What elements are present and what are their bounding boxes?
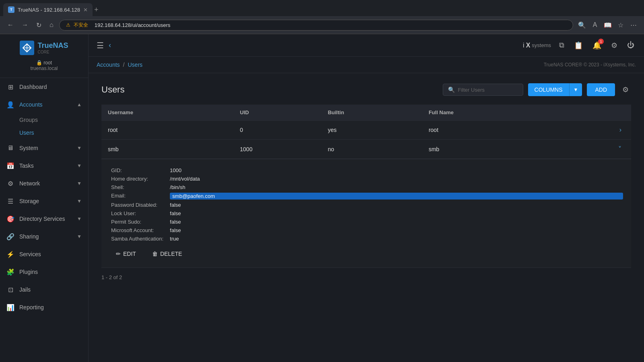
col-uid: UID	[233, 105, 321, 121]
edit-user-button[interactable]: ✏ EDIT	[111, 248, 141, 259]
cell-expand-smb[interactable]: ˅	[553, 140, 631, 159]
sidebar-item-tasks[interactable]: 📅 Tasks ▼	[0, 157, 88, 175]
system-arrow-icon: ▼	[77, 145, 82, 151]
breadcrumb-current: Users	[128, 62, 142, 68]
sidebar-label-directory-services: Directory Services	[19, 216, 65, 222]
search-icon-btn[interactable]: 🔍	[576, 19, 588, 31]
col-actions	[553, 105, 631, 121]
truenas-logo	[20, 41, 34, 55]
gid-value: 1000	[170, 167, 623, 173]
sidebar-label-system: System	[19, 145, 38, 151]
address-url: 192.168.64.128/ui/account/users	[95, 22, 171, 28]
sidebar-item-network[interactable]: ⚙ Network ▼	[0, 175, 88, 192]
notifications-button[interactable]: 🔔 1	[591, 39, 603, 51]
tasks-icon: 📅	[6, 162, 14, 170]
storage-arrow-icon: ▼	[77, 198, 82, 204]
new-tab-button[interactable]: +	[94, 6, 99, 14]
cell-expand-root[interactable]: ›	[553, 121, 631, 140]
lock-user-label: Lock User:	[111, 210, 163, 216]
filter-users-input[interactable]	[458, 87, 514, 93]
col-fullname: Full Name	[422, 105, 553, 121]
page-title: Users	[101, 84, 124, 95]
home-label: Home directory:	[111, 176, 163, 182]
microsoft-account-value: false	[170, 227, 623, 233]
detail-cell: GID: 1000 Home directory: /mnt/vol/data …	[101, 159, 631, 268]
detail-grid: GID: 1000 Home directory: /mnt/vol/data …	[111, 167, 623, 242]
sidebar-subitem-groups[interactable]: Groups	[0, 113, 88, 126]
sidebar-item-system[interactable]: 🖥 System ▼	[0, 139, 88, 157]
cell-uid-root: 0	[233, 121, 321, 140]
sidebar-item-jails[interactable]: ⊡ Jails	[0, 281, 88, 298]
network-icon: ⚙	[6, 179, 14, 187]
tab-favicon: T	[8, 6, 14, 13]
reader-btn[interactable]: 📖	[602, 19, 613, 31]
columns-button-group: COLUMNS ▼	[528, 83, 582, 96]
pagination: 1 - 2 of 2	[101, 268, 631, 287]
active-tab[interactable]: T TrueNAS - 192.168.64.128 ✕	[3, 3, 93, 16]
samba-auth-label: Samba Authentication:	[111, 236, 163, 242]
columns-dropdown-button[interactable]: ▼	[569, 83, 582, 96]
delete-user-button[interactable]: 🗑 DELETE	[147, 248, 187, 259]
directory-services-icon: 🎯	[6, 215, 14, 223]
sidebar-item-directory-services[interactable]: 🎯 Directory Services ▼	[0, 210, 88, 228]
hamburger-button[interactable]: ☰	[97, 41, 104, 50]
back-button[interactable]: ←	[5, 20, 16, 30]
favorites-btn[interactable]: ☆	[615, 19, 626, 31]
system-icon: 🖥	[6, 144, 14, 152]
edit-icon: ✏	[116, 251, 121, 257]
accounts-arrow-icon: ▲	[77, 102, 82, 107]
breadcrumb-parent[interactable]: Accounts	[97, 62, 120, 68]
layers-icon-button[interactable]: ⧉	[557, 39, 566, 51]
forward-button[interactable]: →	[19, 20, 31, 30]
sidebar-item-plugins[interactable]: 🧩 Plugins	[0, 263, 88, 281]
sidebar-label-storage: Storage	[19, 198, 39, 204]
table-row: smb 1000 no smb ˅	[101, 140, 631, 159]
add-user-button[interactable]: ADD	[587, 83, 615, 96]
user-host: truenas.local	[30, 66, 58, 71]
sidebar-item-storage[interactable]: ☰ Storage ▼	[0, 192, 88, 210]
sidebar-item-dashboard[interactable]: ⊞ Dashboard	[0, 78, 88, 96]
navigate-back-button[interactable]: ‹	[109, 41, 111, 49]
sidebar-label-accounts: Accounts	[19, 101, 43, 108]
home-value: /mnt/vol/data	[170, 176, 623, 182]
table-settings-button[interactable]: ⚙	[620, 83, 631, 97]
microsoft-account-label: Microsoft Account:	[111, 227, 163, 233]
home-button[interactable]: ⌂	[47, 20, 56, 30]
more-btn[interactable]: ⋯	[628, 19, 639, 31]
address-input-container[interactable]: ⚠ 不安全 192.168.64.128/ui/account/users	[59, 20, 573, 31]
ix-systems-logo: iXsystems	[523, 42, 551, 49]
plugins-icon: 🧩	[6, 268, 14, 276]
expand-root-button[interactable]: ›	[616, 125, 625, 134]
sidebar-item-reporting[interactable]: 📊 Reporting	[0, 298, 88, 316]
gid-label: GID:	[111, 167, 163, 173]
samba-auth-value: true	[170, 236, 623, 242]
refresh-button[interactable]: ↻	[34, 20, 44, 31]
logo-subtitle: CORE	[37, 50, 68, 54]
clipboard-icon-button[interactable]: 📋	[572, 39, 584, 51]
password-disabled-value: false	[170, 202, 623, 208]
sidebar-item-services[interactable]: ⚡ Services	[0, 245, 88, 263]
settings-icon-button[interactable]: ⚙	[609, 39, 619, 51]
tab-title: TrueNAS - 192.168.64.128	[18, 7, 80, 13]
table-row: root 0 yes root ›	[101, 121, 631, 140]
expand-smb-button[interactable]: ˅	[615, 144, 625, 154]
password-disabled-label: Password Disabled:	[111, 202, 163, 208]
columns-button[interactable]: COLUMNS	[528, 83, 569, 96]
columns-label: COLUMNS	[535, 86, 563, 93]
topbar-right: iXsystems ⧉ 📋 🔔 1 ⚙ ⏻	[523, 39, 636, 51]
tab-close-icon[interactable]: ✕	[83, 7, 88, 13]
sidebar-subitem-users[interactable]: Users	[0, 126, 88, 139]
email-value: smb@paofen.com	[170, 193, 623, 200]
translate-btn[interactable]: A	[589, 19, 601, 31]
section-header: Users 🔍 COLUMNS ▼ ADD ⚙	[101, 83, 631, 97]
sidebar-item-sharing[interactable]: 🔗 Sharing ▼	[0, 228, 88, 245]
sidebar-label-dashboard: Dashboard	[19, 84, 47, 90]
cell-uid-smb: 1000	[233, 140, 321, 159]
edit-label: EDIT	[123, 251, 136, 257]
sidebar-label-reporting: Reporting	[19, 304, 44, 311]
sidebar-item-accounts[interactable]: 👤 Accounts ▲	[0, 96, 88, 113]
reporting-icon: 📊	[6, 303, 14, 311]
lock-user-value: false	[170, 210, 623, 216]
power-icon-button[interactable]: ⏻	[625, 39, 636, 51]
sidebar-label-sharing: Sharing	[19, 233, 39, 240]
